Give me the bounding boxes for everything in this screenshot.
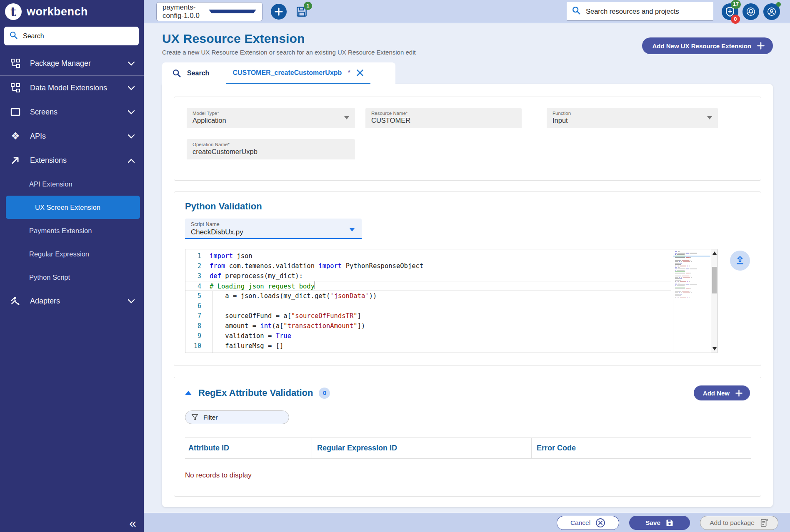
chevron-down-icon bbox=[209, 10, 257, 13]
regex-filter-input[interactable] bbox=[203, 414, 270, 421]
adapters-icon bbox=[10, 296, 21, 306]
account-button[interactable] bbox=[763, 3, 780, 20]
sidebar-item-data-model-extensions[interactable]: Data Model Extensions bbox=[0, 76, 144, 100]
sidebar-item-payments-extension[interactable]: Payments Extension bbox=[0, 219, 144, 242]
sidebar-search-input[interactable] bbox=[23, 32, 106, 40]
add-project-button[interactable] bbox=[271, 4, 287, 20]
sidebar-item-apis[interactable]: ❖ APIs bbox=[0, 124, 144, 148]
code-line: 2from com.temenos.validation import Pyth… bbox=[185, 261, 671, 271]
operation-name-field[interactable]: Operation Name* createCustomerUxpb bbox=[187, 139, 355, 159]
upload-script-button[interactable] bbox=[730, 251, 750, 271]
code-line: 10 failureMsg = [] bbox=[185, 341, 671, 351]
main-column: payments-config-1.0.0 1 bbox=[144, 0, 790, 532]
sidebar-item-label: Package Manager bbox=[30, 59, 91, 68]
topbar: payments-config-1.0.0 1 bbox=[144, 0, 790, 23]
field-label: Operation Name* bbox=[192, 142, 349, 147]
tab-search[interactable]: Search bbox=[172, 62, 226, 84]
sidebar-item-extensions[interactable]: Extensions bbox=[0, 148, 144, 172]
save-count-badge: 1 bbox=[304, 2, 312, 10]
chevron-up-icon bbox=[128, 156, 135, 165]
sidebar-item-screens[interactable]: Screens bbox=[0, 100, 144, 124]
search-icon bbox=[172, 69, 181, 78]
column-header-error-code[interactable]: Error Code bbox=[532, 438, 652, 458]
script-name-select[interactable]: Script Name CheckDisbUx.py bbox=[185, 219, 362, 239]
sidebar-item-adapters[interactable]: Adapters bbox=[0, 289, 144, 313]
regex-table: Attribute ID Regular Expression ID Error… bbox=[185, 438, 751, 459]
global-search[interactable] bbox=[567, 2, 713, 21]
field-value: Application bbox=[192, 117, 349, 124]
resource-name-field[interactable]: Resource Name* CUSTOMER bbox=[365, 108, 522, 128]
cancel-button[interactable]: Cancel bbox=[557, 516, 619, 530]
indent-guide bbox=[212, 291, 212, 353]
sidebar-item-regular-expression[interactable]: Regular Expression bbox=[0, 242, 144, 266]
regex-filter[interactable] bbox=[185, 410, 289, 424]
project-name: payments-config-1.0.0 bbox=[162, 3, 205, 20]
code-line: 4# Loading json request body bbox=[185, 281, 671, 291]
resource-panel: Model Type* Application Resource Name* C… bbox=[162, 84, 773, 507]
editor-minimap[interactable] bbox=[673, 250, 710, 353]
python-validation-heading: Python Validation bbox=[185, 201, 750, 212]
python-validation-card: Python Validation Script Name CheckDisbU… bbox=[174, 191, 761, 366]
action-bar: Cancel Save Add to package bbox=[144, 513, 790, 532]
function-select[interactable]: Function Input bbox=[547, 108, 718, 128]
plus-icon bbox=[735, 390, 742, 397]
app-root: t workbench Package Manager Data Model E… bbox=[0, 0, 790, 532]
sidebar-item-label: Screens bbox=[30, 108, 58, 117]
code-line: 3def preprocess(my_dict): bbox=[185, 271, 671, 281]
scroll-down-icon[interactable] bbox=[712, 347, 717, 351]
add-new-regex-button[interactable]: Add New bbox=[694, 385, 750, 400]
code-line: 9 validation = True bbox=[185, 331, 671, 341]
tab-search-label: Search bbox=[187, 70, 209, 77]
sidebar-item-api-extension[interactable]: API Extension bbox=[0, 172, 144, 196]
hierarchy-icon bbox=[10, 83, 21, 93]
add-new-ux-resource-extension-button[interactable]: Add New UX Resource Extension bbox=[642, 37, 773, 54]
unsaved-changes-marker: * bbox=[348, 69, 350, 77]
scrollbar-thumb[interactable] bbox=[712, 267, 717, 293]
save-label: Save bbox=[645, 519, 660, 527]
content-area: UX Resource Extension Create a new UX Re… bbox=[144, 23, 790, 513]
sidebar-collapse-button[interactable]: « bbox=[129, 517, 136, 530]
code-line: 7 sourceOfFund = a["sourceOfFundsTR"] bbox=[185, 311, 671, 321]
page-title: UX Resource Extension bbox=[162, 32, 416, 46]
online-status-dot bbox=[776, 2, 781, 7]
screen-icon bbox=[10, 107, 21, 117]
sidebar-item-label: Data Model Extensions bbox=[30, 84, 107, 92]
sidebar-search[interactable] bbox=[4, 27, 139, 45]
sidebar-item-package-manager[interactable]: Package Manager bbox=[0, 51, 144, 75]
field-label: Script Name bbox=[191, 221, 356, 227]
add-to-package-label: Add to package bbox=[710, 519, 755, 527]
sidebar-item-label: Extensions bbox=[30, 156, 67, 165]
security-shield-button[interactable]: 17 0 bbox=[722, 3, 738, 20]
plus-icon bbox=[757, 42, 765, 50]
field-label: Function bbox=[552, 111, 712, 116]
add-to-package-button[interactable]: Add to package bbox=[700, 516, 778, 530]
code-line: 11 if 'sourceOfFundsTR' in a: bbox=[185, 351, 671, 353]
sidebar-item-ux-screen-extension[interactable]: UX Screen Extension bbox=[6, 196, 140, 219]
tab-strip: Search CUSTOMER_createCustomerUxpb * bbox=[162, 62, 395, 84]
project-select[interactable]: payments-config-1.0.0 bbox=[156, 2, 262, 21]
empty-table-message: No records to display bbox=[185, 471, 750, 480]
python-code-editor[interactable]: 1import json2from com.temenos.validation… bbox=[185, 249, 718, 353]
shield-count-badge: 17 bbox=[731, 0, 741, 9]
notifications-bell-button[interactable] bbox=[742, 3, 759, 20]
save-project-button[interactable]: 1 bbox=[295, 5, 308, 18]
field-value: Input bbox=[552, 117, 712, 124]
save-button[interactable]: Save bbox=[629, 516, 690, 530]
model-type-select[interactable]: Model Type* Application bbox=[187, 108, 355, 128]
cancel-label: Cancel bbox=[570, 519, 590, 527]
field-label: Model Type* bbox=[192, 111, 349, 116]
tab-active-resource[interactable]: CUSTOMER_createCustomerUxpb * bbox=[226, 62, 370, 84]
arrow-up-right-icon bbox=[10, 155, 21, 165]
sidebar-item-python-script[interactable]: Python Script bbox=[0, 266, 144, 289]
global-search-input[interactable] bbox=[586, 7, 708, 15]
column-header-attribute-id[interactable]: Attribute ID bbox=[185, 438, 312, 458]
scroll-up-icon[interactable] bbox=[712, 251, 717, 255]
editor-scrollbar[interactable] bbox=[711, 249, 717, 353]
chevron-down-icon bbox=[128, 108, 135, 117]
field-value: CheckDisbUx.py bbox=[191, 228, 356, 236]
cancel-circle-x-icon bbox=[595, 518, 605, 528]
close-icon[interactable] bbox=[356, 69, 364, 77]
column-header-regular-expression-id[interactable]: Regular Expression ID bbox=[312, 438, 532, 458]
collapse-section-icon[interactable] bbox=[185, 391, 192, 395]
chevron-down-icon bbox=[128, 84, 135, 92]
